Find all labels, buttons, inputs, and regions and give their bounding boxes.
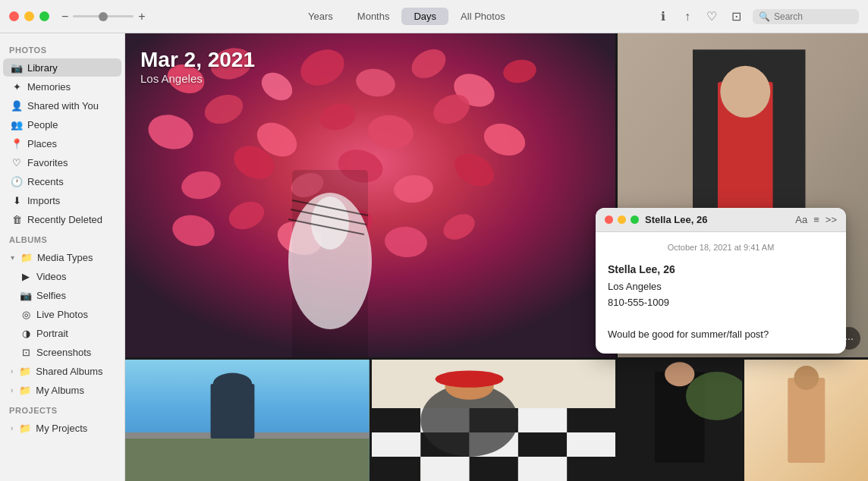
tab-months[interactable]: Months [345, 8, 402, 25]
note-toolbar: Aa ≡ >> [795, 214, 837, 225]
note-titlebar: Stella Lee, 26 Aa ≡ >> [596, 208, 846, 232]
memories-icon: ✦ [11, 80, 23, 93]
my-projects-icon: 📁 [19, 422, 31, 434]
note-list-icon[interactable]: ≡ [813, 214, 819, 225]
sidebar-item-recents[interactable]: 🕐 Recents [3, 172, 121, 190]
sidebar-item-label: Memories [27, 81, 71, 93]
minimize-button[interactable] [24, 11, 34, 21]
sidebar-item-label: People [27, 119, 58, 130]
note-min-button[interactable] [618, 215, 626, 224]
thumb-pattern-photo[interactable] [372, 360, 616, 481]
sidebar-item-imports[interactable]: ⬇ Imports [3, 191, 121, 209]
info-icon[interactable]: ℹ [656, 9, 671, 24]
titlebar-right: ℹ ↑ ♡ ⊡ 🔍 [656, 9, 859, 24]
sidebar-item-label: Media Types [37, 252, 93, 263]
crop-icon[interactable]: ⊡ [728, 9, 744, 24]
zoom-plus-icon[interactable]: + [138, 11, 145, 23]
note-font-icon[interactable]: Aa [795, 214, 807, 225]
maximize-button[interactable] [39, 11, 49, 21]
videos-icon: ▶ [20, 270, 32, 282]
sidebar-item-label: Screenshots [36, 347, 91, 358]
thumb-pattern-image [372, 360, 616, 481]
svg-rect-55 [420, 457, 469, 481]
tab-days[interactable]: Days [401, 8, 448, 25]
sidebar-item-my-projects[interactable]: › 📁 My Projects [3, 419, 121, 437]
sidebar-item-memories[interactable]: ✦ Memories [3, 77, 121, 96]
share-icon[interactable]: ↑ [680, 9, 695, 24]
folder-icon: 📁 [20, 251, 33, 263]
note-title: Stella Lee, 26 [645, 214, 789, 225]
svg-rect-40 [125, 439, 370, 481]
sidebar-item-label: Favorites [27, 157, 68, 168]
tab-all-photos[interactable]: All Photos [448, 8, 517, 25]
sidebar-item-media-types[interactable]: ▾ 📁 Media Types [3, 248, 121, 266]
main-photo[interactable]: Mar 2, 2021 Los Angeles [125, 33, 615, 357]
close-button[interactable] [9, 11, 19, 21]
chevron-right-icon: › [11, 367, 13, 376]
zoom-controls: − + [61, 11, 146, 23]
zoom-slider[interactable] [73, 15, 134, 17]
my-albums-icon: 📁 [19, 384, 31, 396]
sidebar-item-shared-with-you[interactable]: 👤 Shared with You [3, 96, 121, 115]
sidebar-item-label: Recently Deleted [27, 214, 102, 225]
library-icon: 📷 [11, 61, 23, 74]
heart-icon[interactable]: ♡ [704, 9, 719, 24]
tab-navigation: Years Months Days All Photos [158, 8, 656, 25]
photo-date: Mar 2, 2021 [140, 49, 255, 72]
sidebar-item-favorites[interactable]: ♡ Favorites [3, 153, 121, 171]
svg-rect-54 [372, 457, 420, 481]
selfies-icon: 📷 [20, 289, 32, 301]
shared-icon: 👤 [11, 99, 23, 112]
thumb-blue-photo[interactable] [125, 360, 370, 481]
svg-rect-53 [567, 432, 615, 457]
svg-rect-58 [567, 457, 615, 481]
sidebar-section-albums: Albums [0, 229, 124, 247]
sidebar-item-label: Portrait [36, 328, 68, 339]
sidebar-item-people[interactable]: 👥 People [3, 115, 121, 134]
sidebar-item-live-photos[interactable]: ◎ Live Photos [3, 305, 121, 323]
sidebar-item-label: Shared Albums [36, 366, 102, 377]
svg-point-61 [435, 370, 503, 387]
note-max-button[interactable] [631, 215, 639, 224]
svg-rect-52 [517, 432, 566, 457]
sidebar-item-screenshots[interactable]: ⊡ Screenshots [3, 343, 121, 361]
svg-rect-44 [372, 408, 420, 432]
sidebar-item-portrait[interactable]: ◑ Portrait [3, 324, 121, 342]
thumb-dark-woman-photo[interactable] [618, 360, 742, 481]
sidebar-item-videos[interactable]: ▶ Videos [3, 267, 121, 285]
svg-point-64 [665, 362, 694, 386]
sidebar-item-label: Places [27, 138, 57, 149]
note-expand-icon[interactable]: >> [826, 214, 837, 225]
svg-rect-49 [372, 432, 420, 457]
date-overlay: Mar 2, 2021 Los Angeles [140, 49, 255, 85]
sidebar-item-label: Videos [36, 271, 67, 282]
sidebar-item-label: Live Photos [36, 309, 88, 320]
note-close-button[interactable] [605, 215, 613, 224]
sidebar: Photos 📷 Library ✦ Memories 👤 Shared wit… [0, 33, 125, 481]
sidebar-item-selfies[interactable]: 📷 Selfies [3, 286, 121, 304]
sidebar-item-places[interactable]: 📍 Places [3, 134, 121, 152]
main-area: Photos 📷 Library ✦ Memories 👤 Shared wit… [0, 33, 868, 481]
sidebar-item-label: My Albums [36, 385, 84, 396]
sidebar-item-shared-albums[interactable]: › 📁 Shared Albums [3, 362, 121, 380]
screenshots-icon: ⊡ [20, 346, 32, 358]
thumb-warm-photo[interactable] [744, 360, 869, 481]
sidebar-item-recently-deleted[interactable]: 🗑 Recently Deleted [3, 210, 121, 228]
zoom-minus-icon[interactable]: − [61, 11, 68, 23]
sidebar-section-projects: Projects [0, 400, 124, 418]
tab-years[interactable]: Years [296, 8, 345, 25]
note-body-text: Would be good for summer/fall post? [608, 327, 834, 343]
sidebar-item-my-albums[interactable]: › 📁 My Albums [3, 381, 121, 399]
sidebar-item-label: Library [27, 62, 58, 74]
search-box[interactable]: 🔍 [753, 9, 859, 24]
sidebar-item-label: Selfies [36, 290, 66, 301]
search-input[interactable] [774, 11, 850, 22]
favorites-icon: ♡ [11, 156, 23, 168]
chevron-right-icon: › [11, 386, 13, 395]
search-icon: 🔍 [759, 11, 770, 22]
thumb-warm-image [744, 360, 869, 481]
thumb-dark-woman-image [618, 360, 742, 481]
sidebar-item-label: Shared with You [27, 100, 99, 112]
sidebar-item-library[interactable]: 📷 Library [3, 58, 121, 77]
note-date: October 18, 2021 at 9:41 AM [608, 243, 834, 252]
